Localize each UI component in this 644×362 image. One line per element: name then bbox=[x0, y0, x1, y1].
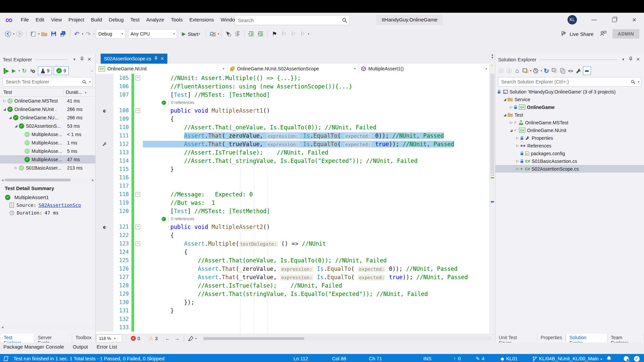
toggle-bookmark-icon[interactable]: ⚑ bbox=[270, 29, 279, 38]
pin-icon[interactable] bbox=[78, 57, 85, 62]
expander-collapsed-icon[interactable]: ▷ bbox=[515, 144, 520, 147]
tab-properties[interactable]: Properties bbox=[537, 334, 566, 341]
code-line[interactable]: 120 [Test] //MSTest: [TestMethod] bbox=[96, 207, 490, 215]
redo-dropdown[interactable]: ▾ bbox=[93, 32, 95, 36]
expander-expanded-icon[interactable]: ◢ bbox=[502, 98, 507, 101]
fold-margin[interactable] bbox=[134, 306, 142, 315]
save-all-icon[interactable] bbox=[59, 29, 67, 38]
switch-views-icon[interactable] bbox=[522, 67, 529, 75]
fold-margin[interactable] bbox=[134, 323, 142, 331]
fold-margin[interactable] bbox=[134, 298, 142, 306]
run-tests-icon[interactable]: ▶ bbox=[10, 67, 17, 75]
toolbar-overflow-icon[interactable]: ›› bbox=[91, 69, 93, 73]
increase-indent-icon[interactable]: ? bbox=[256, 29, 265, 38]
run-dropdown[interactable]: ▾ bbox=[18, 69, 20, 72]
panel-tab-output[interactable]: Output bbox=[73, 343, 88, 350]
menu-item-project[interactable]: Project bbox=[65, 13, 88, 27]
solution-tree-row[interactable]: ◢Test bbox=[495, 111, 644, 119]
menu-item-analyze[interactable]: Analyze bbox=[143, 13, 167, 27]
collapse-all-icon[interactable] bbox=[551, 67, 558, 75]
new-item-dropdown[interactable]: ▾ bbox=[38, 32, 40, 36]
code-line[interactable]: 110 //Assert.That(_oneValue, Is.EqualTo(… bbox=[96, 123, 490, 131]
document-tab[interactable]: S02AssertionScope.cs ✕ bbox=[101, 54, 167, 64]
home-icon[interactable]: ⌂ bbox=[514, 67, 521, 75]
scrollbar-thumb[interactable] bbox=[490, 74, 494, 174]
test-list-column-headers[interactable]: Test Durati...▴ bbox=[0, 88, 95, 97]
expander-collapsed-icon[interactable]: ▷ bbox=[515, 159, 520, 163]
fold-margin[interactable] bbox=[134, 82, 142, 90]
source-link[interactable]: S02AssertionSco bbox=[39, 202, 81, 208]
fold-collapse-icon[interactable]: − bbox=[136, 241, 140, 246]
close-panel-icon[interactable]: ✕ bbox=[635, 57, 641, 62]
fold-margin[interactable] bbox=[134, 273, 142, 281]
close-panel-icon[interactable]: ✕ bbox=[86, 57, 93, 62]
expander-expanded-icon[interactable]: ◢ bbox=[8, 116, 13, 119]
decrease-indent-icon[interactable] bbox=[247, 29, 256, 38]
show-all-files-icon[interactable] bbox=[559, 67, 566, 75]
status-column[interactable]: Col 88 bbox=[332, 354, 346, 362]
pin-tab-icon[interactable] bbox=[154, 56, 158, 61]
code-line[interactable]: 131 } bbox=[96, 306, 490, 315]
code-line[interactable]: 111 Assert.That(_zeroValue, expression: … bbox=[96, 131, 490, 140]
code-line[interactable]: 107 [Test] //MSTest: [TestMethod] bbox=[96, 90, 490, 99]
menu-item-file[interactable]: File bbox=[17, 13, 32, 27]
test-explorer-search-box[interactable]: ▾ bbox=[3, 77, 93, 86]
expander-collapsed-icon[interactable]: ▷ bbox=[515, 136, 520, 140]
navigate-forward-icon[interactable]: → bbox=[174, 336, 180, 342]
back-icon[interactable] bbox=[497, 67, 505, 75]
test-explorer-header[interactable]: Test Explorer ▾ ✕ bbox=[0, 54, 95, 65]
tab-toolbox[interactable]: Toolbox bbox=[72, 334, 95, 341]
test-tree-row[interactable]: ◢✓OnlineGame.NUnit .266 ms bbox=[0, 105, 95, 113]
fold-margin[interactable]: − bbox=[134, 223, 142, 231]
menu-item-build[interactable]: Build bbox=[88, 13, 105, 27]
fold-collapse-icon[interactable]: − bbox=[136, 108, 140, 113]
admin-badge[interactable]: ADMIN bbox=[612, 29, 639, 39]
switch-views-dropdown[interactable]: ▾ bbox=[530, 69, 532, 72]
undo-icon[interactable]: ↶ bbox=[72, 29, 81, 38]
code-line[interactable]: 129 //Assert.That(stringValue, Is.EqualT… bbox=[96, 290, 490, 298]
code-line[interactable]: 125 //Assert.That(oneValue, Is.EqualTo(0… bbox=[96, 256, 490, 264]
code-line[interactable]: 106 //FluentAssertions: using (new Asser… bbox=[96, 82, 490, 90]
global-search-box[interactable] bbox=[235, 15, 350, 25]
fold-collapse-icon[interactable]: − bbox=[136, 76, 140, 80]
editor-horizontal-scrollbar[interactable] bbox=[203, 337, 492, 341]
fold-margin[interactable]: − bbox=[134, 190, 142, 198]
user-avatar[interactable]: KL bbox=[568, 15, 577, 24]
solution-tree-row[interactable]: ▷C#S01BasicAssertion.cs bbox=[495, 157, 644, 165]
window-position-dropdown-icon[interactable]: ▾ bbox=[620, 57, 627, 62]
solution-explorer-header[interactable]: Solution Explorer ▾ ✕ bbox=[495, 54, 644, 65]
code-line[interactable]: 119 //But was: 1 bbox=[96, 198, 490, 207]
navigate-backward-icon[interactable] bbox=[4, 29, 12, 38]
column-duration[interactable]: Durati...▴ bbox=[63, 89, 95, 95]
passed-tests-chip[interactable]: ✓ 9 bbox=[54, 66, 69, 75]
cancel-run-icon[interactable] bbox=[29, 67, 36, 75]
fold-margin[interactable] bbox=[134, 290, 142, 298]
code-line[interactable]: 132 bbox=[96, 315, 490, 323]
scrollbar-thumb[interactable] bbox=[5, 179, 70, 181]
test-tree-row[interactable]: ◢✓S02AssertionS...53 ms bbox=[0, 122, 95, 130]
test-explorer-search-input[interactable] bbox=[3, 79, 80, 84]
editor-vertical-scrollbar[interactable]: ▲▼ ⚠ bbox=[489, 54, 495, 334]
feedback-smiley-icon[interactable] bbox=[623, 354, 630, 362]
fold-margin[interactable] bbox=[134, 148, 142, 157]
start-debugging-button[interactable]: ▶Start▾ bbox=[180, 29, 202, 38]
expander-expanded-icon[interactable]: ◢ bbox=[13, 124, 18, 128]
column-test[interactable]: Test bbox=[0, 89, 63, 95]
fold-margin[interactable]: − bbox=[134, 239, 142, 248]
code-line[interactable]: 118− //Message: Expected: 0 bbox=[96, 190, 490, 198]
fold-margin[interactable] bbox=[134, 198, 142, 207]
fold-collapse-icon[interactable]: − bbox=[136, 192, 140, 197]
solution-tree-row[interactable]: ▷C#OnlineGame bbox=[495, 103, 644, 111]
code-line[interactable]: 109 { bbox=[96, 115, 490, 123]
code-line[interactable]: ◐121− public void MultipleAssert2() bbox=[96, 223, 490, 231]
fold-margin[interactable] bbox=[134, 264, 142, 273]
solution-tree-row[interactable]: ▷✓OnlineGame.MSTest bbox=[495, 119, 644, 126]
fold-margin[interactable]: − bbox=[134, 106, 142, 115]
scroll-left-icon[interactable]: ◀ bbox=[0, 326, 5, 329]
test-tree-row[interactable]: ▷✓S01BasicAsser...213 ms bbox=[0, 164, 95, 172]
code-line[interactable]: 105− //NUnit: Assert.Multiple(() => {...… bbox=[96, 74, 490, 82]
solution-platform-combo[interactable]: Any CPU▾ bbox=[128, 29, 177, 39]
open-file-icon[interactable] bbox=[40, 29, 49, 38]
search-options-dropdown[interactable]: ▾ bbox=[638, 80, 639, 83]
solution-explorer-search-input[interactable] bbox=[498, 79, 629, 84]
